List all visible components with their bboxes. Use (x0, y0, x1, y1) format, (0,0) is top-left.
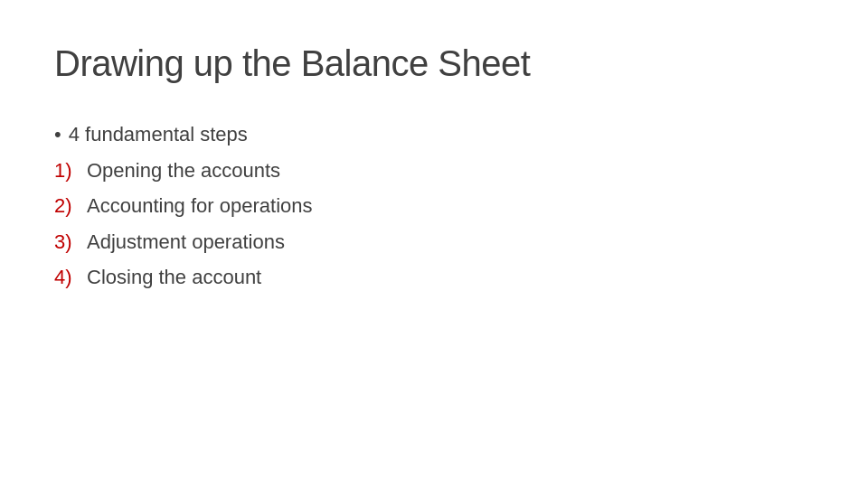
list-item: 1) Opening the accounts (54, 153, 814, 189)
item-text-2: Accounting for operations (87, 188, 313, 224)
item-text-1: Opening the accounts (87, 153, 280, 189)
item-number-1: 1) (54, 153, 87, 189)
item-number-2: 2) (54, 188, 87, 224)
list-item: 3) Adjustment operations (54, 224, 814, 260)
list-item: 4) Closing the account (54, 259, 814, 296)
slide-title: Drawing up the Balance Sheet (54, 43, 814, 84)
item-text-3: Adjustment operations (87, 224, 285, 260)
list-item: 2) Accounting for operations (54, 188, 814, 224)
item-number-4: 4) (54, 259, 87, 296)
item-number-3: 3) (54, 224, 87, 260)
bullet-dot: • (54, 117, 61, 153)
bullet-text: 4 fundamental steps (69, 117, 248, 153)
bullet-item: • 4 fundamental steps (54, 117, 814, 153)
content-area: • 4 fundamental steps 1) Opening the acc… (54, 117, 814, 296)
item-text-4: Closing the account (87, 259, 261, 296)
slide: Drawing up the Balance Sheet • 4 fundame… (0, 0, 868, 488)
